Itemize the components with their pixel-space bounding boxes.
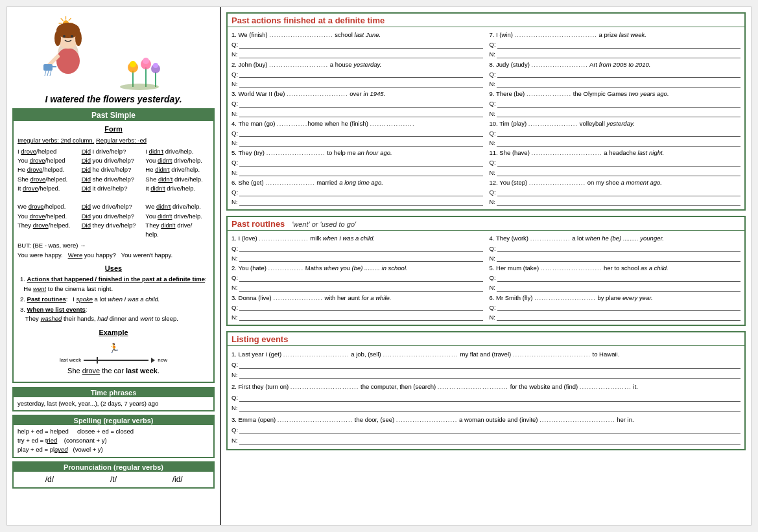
svg-point-23 xyxy=(120,84,159,90)
past-routines-col2: 4. They (work) ................. a lot w… xyxy=(490,233,741,322)
listing-item: 1. Last year I (get) ...................… xyxy=(231,349,740,381)
exercise-item: 1. We (finish) .........................… xyxy=(231,30,483,60)
svg-point-4 xyxy=(54,30,61,46)
exercise-item: 5. Her mum (take) ......................… xyxy=(490,263,741,293)
exercise-item: 6. She (get) ..................... marri… xyxy=(231,178,483,207)
exercise-item: 2. John (buy) ......................... … xyxy=(231,60,483,89)
form-note: Irregular verbs: 2nd column. Regular ver… xyxy=(18,136,209,145)
but-note: BUT: (BE - was, were) → You were happy. … xyxy=(18,241,209,260)
sound-t: /t/ xyxy=(82,474,146,485)
listing-item: 2. First they (turn on) ................… xyxy=(231,381,740,413)
listing-item: 3. Emma (open) .........................… xyxy=(231,414,740,446)
past-routines-grid: 1. I (love) ..................... milk w… xyxy=(228,231,744,325)
pronunciation-section: Pronunciation (regular verbs) /d/ /t/ /i… xyxy=(12,461,215,489)
exercise-item: 6. Mr Smith (fly) ......................… xyxy=(490,293,741,323)
exercise-item: 11. She (have) .........................… xyxy=(490,148,741,178)
pronunciation-title: Pronunciation (regular verbs) xyxy=(14,463,213,472)
exercise-item: 4. They (work) ................. a lot w… xyxy=(490,233,741,263)
past-actions-grid: 1. We (finish) .........................… xyxy=(228,27,744,209)
past-routines-section: Past routines 'went' or 'used to go' 1. … xyxy=(226,216,746,326)
uses-list: 1. Actions that happened / finished in t… xyxy=(18,275,209,323)
exercise-item: 12. You (step) ........................ … xyxy=(490,178,741,207)
time-phrases-content: yesterday, last (week, year...), (2 days… xyxy=(14,397,213,410)
exercise-item: 4. The man (go) .............home when h… xyxy=(231,119,483,148)
svg-point-1 xyxy=(56,48,80,74)
exercise-item: 1. I (love) ..................... milk w… xyxy=(231,233,483,263)
svg-point-7 xyxy=(71,35,73,38)
spelling-section: Spelling (regular verbs) help + ed = hel… xyxy=(12,415,215,458)
svg-point-5 xyxy=(75,30,82,46)
past-simple-title: Past Simple xyxy=(14,110,213,121)
timeline-label-right: now xyxy=(158,356,167,364)
svg-point-16 xyxy=(130,61,136,67)
exercise-item: 8. Judy (study) ........................… xyxy=(490,60,741,89)
form-subtitle: Form xyxy=(18,124,209,135)
past-routines-col1: 1. I (love) ..................... milk w… xyxy=(231,233,483,322)
girl-illustration xyxy=(42,19,94,84)
left-panel: ☀ xyxy=(7,7,221,525)
exercise-item: 7. I (win) .............................… xyxy=(490,30,741,60)
exercise-item: 5. They (try) ......................... … xyxy=(231,148,483,178)
timeline-label-left: last week xyxy=(60,356,81,364)
uses-subtitle: Uses xyxy=(18,263,209,274)
sound-id: /id/ xyxy=(145,474,209,485)
sound-d: /d/ xyxy=(18,474,82,485)
conjugation-table: I drove/helped You drove/helped He drove… xyxy=(18,147,209,240)
exercise-item: 9. There (be) ................... the Ol… xyxy=(490,89,741,119)
timeline-area: 🏃 last week now She drove the car last w… xyxy=(18,339,209,379)
listing-events-title: Listing events xyxy=(228,332,744,346)
pronunciation-content: /d/ /t/ /id/ xyxy=(14,472,213,487)
time-phrases-title: Time phrases xyxy=(14,388,213,397)
exercise-item: 3. Donna (live) ..................... wi… xyxy=(231,293,483,323)
example-subtitle: Example xyxy=(18,327,209,338)
svg-point-6 xyxy=(63,35,65,38)
exercise-item: 10. Tim (play) ..................... vol… xyxy=(490,119,741,148)
exercise-item: 3. World War II (be) ...................… xyxy=(231,89,483,119)
timeline-example: She drove the car last week. xyxy=(67,365,160,376)
listing-events-content: 1. Last year I (get) ...................… xyxy=(228,346,744,449)
flowers-illustration xyxy=(120,51,165,90)
spelling-content: help + ed = helped closee + ed = closed … xyxy=(14,425,213,457)
svg-line-12 xyxy=(47,71,49,76)
pronunciation-grid: /d/ /t/ /id/ xyxy=(18,474,209,485)
past-actions-title: Past actions finished at a definite time xyxy=(228,14,744,27)
svg-line-13 xyxy=(50,71,51,76)
past-simple-content: Form Irregular verbs: 2nd column. Regula… xyxy=(14,121,213,382)
timeline-arrow xyxy=(151,358,155,363)
page: ☀ xyxy=(6,6,752,526)
svg-point-19 xyxy=(143,58,149,64)
svg-point-22 xyxy=(153,63,158,68)
svg-line-11 xyxy=(45,71,46,76)
exercise-item: 2. You (hate) ............... Maths when… xyxy=(231,263,483,293)
caption: I watered the flowers yesterday. xyxy=(45,94,182,104)
spelling-title: Spelling (regular verbs) xyxy=(14,416,213,425)
past-actions-col1: 1. We (finish) .........................… xyxy=(231,30,483,207)
past-actions-col2: 7. I (win) .............................… xyxy=(490,30,741,207)
svg-rect-9 xyxy=(43,64,53,71)
svg-line-8 xyxy=(49,56,58,65)
past-simple-section: Past Simple Form Irregular verbs: 2nd co… xyxy=(12,108,215,383)
right-panel: Past actions finished at a definite time… xyxy=(221,7,751,525)
past-actions-section: Past actions finished at a definite time… xyxy=(226,12,746,211)
listing-events-section: Listing events 1. Last year I (get) ....… xyxy=(226,331,746,450)
past-routines-title: Past routines 'went' or 'used to go' xyxy=(228,217,744,231)
time-phrases-section: Time phrases yesterday, last (week, year… xyxy=(12,387,215,411)
